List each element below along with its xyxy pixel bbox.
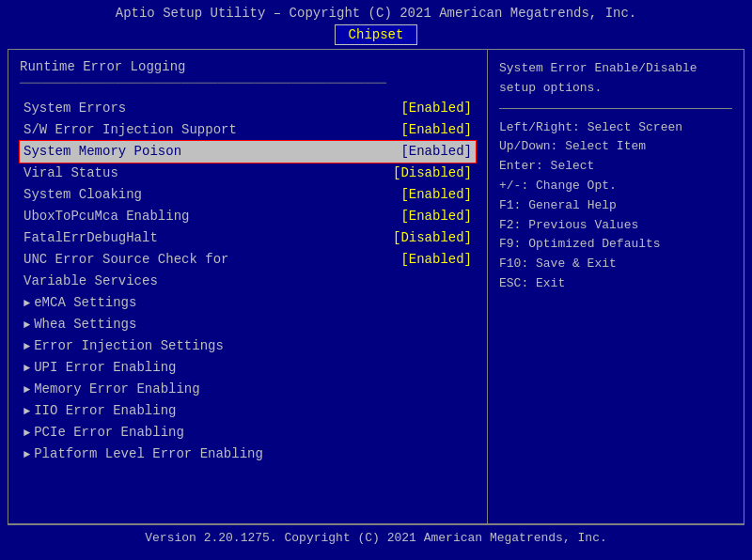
value: [Enabled] xyxy=(400,207,472,226)
help-section: Left/Right: Select Screen Up/Down: Selec… xyxy=(499,118,732,294)
value: [Enabled] xyxy=(400,250,472,270)
help-action: Select Screen xyxy=(588,120,682,134)
help-f1: F1: General Help xyxy=(499,196,732,216)
submenu-item-whea[interactable]: ► Whea Settings xyxy=(20,314,476,335)
help-key: Up/Down: xyxy=(499,139,565,153)
menu-item-ubox[interactable]: UboxToPcuMca Enabling [Enabled] xyxy=(20,206,476,227)
menu-item-system-memory-poison[interactable]: System Memory Poison [Enabled] xyxy=(20,141,476,163)
help-enter: Enter: Select xyxy=(499,157,732,177)
help-action: General Help xyxy=(528,198,617,212)
submenu-label: eMCA Settings xyxy=(34,293,136,313)
arrow-icon: ► xyxy=(24,317,30,334)
help-key: Left/Right: xyxy=(499,120,588,134)
divider: ────────────────────────────────────────… xyxy=(20,76,476,90)
label: S/W Error Injection Support xyxy=(24,120,237,140)
help-action: Select xyxy=(551,159,595,173)
help-esc: ESC: Exit xyxy=(499,274,732,294)
label: System Memory Poison xyxy=(24,142,181,162)
help-plus-minus: +/-: Change Opt. xyxy=(499,177,732,196)
label: System Errors xyxy=(24,99,126,118)
arrow-icon: ► xyxy=(24,446,30,463)
submenu-label: Memory Error Enabling xyxy=(34,380,199,399)
label: Viral Status xyxy=(24,163,118,183)
value: [Enabled] xyxy=(400,120,472,140)
value: [Enabled] xyxy=(400,99,472,118)
arrow-icon: ► xyxy=(24,360,30,377)
menu-item-viral-status[interactable]: Viral Status [Disabled] xyxy=(20,163,476,184)
submenu-item-emca[interactable]: ► eMCA Settings xyxy=(20,292,476,314)
help-action: Change Opt. xyxy=(536,179,617,193)
submenu-label: PCIe Error Enabling xyxy=(34,423,184,443)
arrow-icon: ► xyxy=(24,403,30,420)
submenu-item-platform-level[interactable]: ► Platform Level Error Enabling xyxy=(20,443,476,465)
help-f9: F9: Optimized Defaults xyxy=(499,235,732,255)
submenu-item-iio-error[interactable]: ► IIO Error Enabling xyxy=(20,400,476,422)
submenu-label: Error Injection Settings xyxy=(34,336,224,356)
right-panel: System Error Enable/Disable setup option… xyxy=(488,50,744,523)
header: Aptio Setup Utility – Copyright (C) 2021… xyxy=(0,0,752,24)
nav-item-chipset[interactable]: Chipset xyxy=(335,24,418,45)
arrow-icon: ► xyxy=(24,425,30,442)
value: [Disabled] xyxy=(393,228,472,248)
submenu-item-error-injection[interactable]: ► Error Injection Settings xyxy=(20,335,476,357)
help-f10: F10: Save & Exit xyxy=(499,255,732,274)
footer: Version 2.20.1275. Copyright (C) 2021 Am… xyxy=(8,524,744,551)
help-action: Previous Values xyxy=(528,218,638,232)
submenu-item-memory-error[interactable]: ► Memory Error Enabling xyxy=(20,379,476,400)
help-action: Select Item xyxy=(565,139,646,153)
menu-item-fatal-err[interactable]: FatalErrDebugHalt [Disabled] xyxy=(20,227,476,249)
label: System Cloaking xyxy=(24,185,142,205)
help-key: F2: xyxy=(499,218,528,232)
nav-bar: Chipset xyxy=(0,24,752,49)
left-panel: Runtime Error Logging ──────────────────… xyxy=(8,50,488,523)
value: [Disabled] xyxy=(393,163,472,183)
help-up-down: Up/Down: Select Item xyxy=(499,137,732,157)
main-content: Runtime Error Logging ──────────────────… xyxy=(8,49,744,524)
help-key: ESC: xyxy=(499,276,536,290)
value: [Enabled] xyxy=(400,142,472,162)
help-key: F9: xyxy=(499,237,528,251)
footer-text: Version 2.20.1275. Copyright (C) 2021 Am… xyxy=(145,531,606,545)
submenu-label: UPI Error Enabling xyxy=(34,358,176,378)
help-key: Enter: xyxy=(499,159,551,173)
submenu-item-pcie-error[interactable]: ► PCIe Error Enabling xyxy=(20,422,476,443)
menu-item-system-errors[interactable]: System Errors [Enabled] xyxy=(20,98,476,119)
menu-item-system-cloaking[interactable]: System Cloaking [Enabled] xyxy=(20,184,476,206)
menu-item-unc-error[interactable]: UNC Error Source Check for [Enabled] xyxy=(20,249,476,271)
help-left-right: Left/Right: Select Screen xyxy=(499,118,732,138)
menu-item-sw-error-injection[interactable]: S/W Error Injection Support [Enabled] xyxy=(20,119,476,141)
value: [Enabled] xyxy=(400,185,472,205)
submenu-item-upi-error[interactable]: ► UPI Error Enabling xyxy=(20,357,476,379)
right-divider xyxy=(499,108,732,109)
label: UboxToPcuMca Enabling xyxy=(24,207,189,226)
help-action: Exit xyxy=(536,276,565,290)
header-title: Aptio Setup Utility – Copyright (C) 2021… xyxy=(116,6,637,21)
help-key: F10: xyxy=(499,257,536,271)
submenu-label: Platform Level Error Enabling xyxy=(34,444,263,464)
submenu-label: IIO Error Enabling xyxy=(34,401,176,421)
help-action: Save & Exit xyxy=(536,257,617,271)
right-description: System Error Enable/Disable setup option… xyxy=(499,59,732,99)
arrow-icon: ► xyxy=(24,295,30,312)
arrow-icon: ► xyxy=(24,338,30,355)
help-key: +/-: xyxy=(499,179,536,193)
label: UNC Error Source Check for xyxy=(24,250,228,270)
section-title: Runtime Error Logging xyxy=(20,59,476,74)
help-action: Optimized Defaults xyxy=(528,237,660,251)
label: FatalErrDebugHalt xyxy=(24,228,158,248)
arrow-icon: ► xyxy=(24,381,30,398)
help-key: F1: xyxy=(499,198,528,212)
menu-item-variable-services[interactable]: Variable Services xyxy=(20,271,476,292)
submenu-label: Whea Settings xyxy=(34,315,136,334)
label: Variable Services xyxy=(24,272,158,291)
help-f2: F2: Previous Values xyxy=(499,216,732,236)
